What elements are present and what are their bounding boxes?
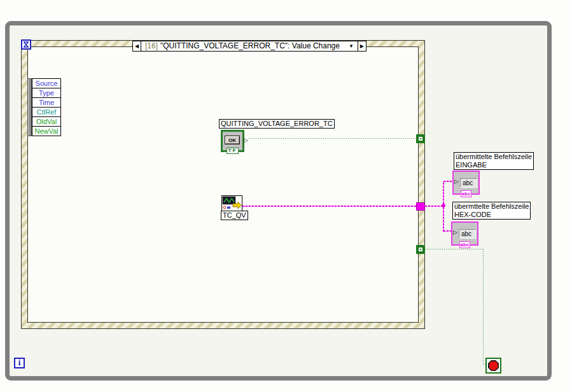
- event-structure-interior: [27, 46, 419, 323]
- event-case-label[interactable]: [16] "QUITTING_VOLTAGE_ERROR_TC": Value …: [141, 41, 358, 51]
- indicator-hexcode-label: übermttelte Befehlszeile HEX-CODE: [452, 202, 531, 220]
- case-name: "QUITTING_VOLTAGE_ERROR_TC": Value Chang…: [160, 41, 340, 51]
- case-index: [16]: [145, 41, 158, 51]
- event-timeout-hourglass-icon[interactable]: [21, 39, 31, 50]
- subvi-tc-qv-label: TC_QV: [221, 211, 248, 220]
- boolean-control-label: QUITTING_VOLTAGE_ERROR_TC: [219, 119, 335, 129]
- hourglass-icon: [23, 41, 29, 48]
- indicator-eingabe-label: übermittelte Befehlszeile EINGABE: [454, 152, 534, 170]
- boolean-wire-tunnel-to-stop-v[interactable]: [483, 249, 484, 365]
- block-diagram: ◀ [16] "QUITTING_VOLTAGE_ERROR_TC": Valu…: [0, 0, 572, 392]
- loop-condition-terminal[interactable]: [485, 358, 501, 374]
- next-case-arrow-icon[interactable]: ▶: [358, 41, 366, 51]
- boolean-wire-tunnel-to-stop-h[interactable]: [425, 249, 484, 249]
- event-case-selector: ◀ [16] "QUITTING_VOLTAGE_ERROR_TC": Valu…: [132, 41, 366, 52]
- abc-text-box: abc: [459, 229, 476, 239]
- subvi-tc-qv-icon[interactable]: [221, 195, 242, 211]
- event-data-node-cells: Source Type Time CtlRef OldVal NewVal: [32, 78, 61, 136]
- event-data-item-source[interactable]: Source: [32, 78, 61, 88]
- event-data-node-bar: [27, 78, 32, 136]
- case-dropdown-arrow-icon[interactable]: ▼: [349, 41, 354, 51]
- label-line2: EINGABE: [456, 161, 532, 169]
- previous-case-arrow-icon[interactable]: ◀: [133, 41, 141, 51]
- output-terminal-arrow-icon: ▷: [244, 137, 248, 143]
- ok-button-glyph: OK: [225, 136, 240, 144]
- input-terminal-arrow-icon: ▷: [454, 178, 459, 185]
- tunnel-dot: [420, 249, 421, 250]
- stop-sign-fill: [489, 361, 498, 370]
- event-data-item-time[interactable]: Time: [32, 97, 61, 108]
- wire-junction-dot[interactable]: [442, 204, 445, 207]
- label-line2: HEX-CODE: [454, 211, 529, 219]
- event-data-item-type[interactable]: Type: [32, 88, 61, 98]
- event-structure[interactable]: [21, 40, 425, 329]
- stop-sign-icon: [488, 360, 499, 371]
- boolean-control-terminal[interactable]: OK TF ▷: [221, 130, 244, 152]
- string-wire-after-tunnel[interactable]: [425, 206, 443, 207]
- tunnel-dot: [420, 138, 421, 139]
- string-type-glyph: abc: [461, 190, 472, 197]
- boolean-type-glyph: TF: [227, 148, 239, 154]
- event-data-item-newval[interactable]: NewVal: [32, 126, 61, 136]
- indicator-hexcode-terminal[interactable]: ▷ abc abc: [451, 221, 478, 246]
- event-data-item-ctlref[interactable]: CtlRef: [32, 107, 61, 117]
- event-data-item-oldval[interactable]: OldVal: [32, 116, 61, 127]
- input-terminal-arrow-icon: ▷: [453, 229, 457, 235]
- loop-iteration-terminal[interactable]: i: [14, 358, 25, 368]
- abc-text-box: abc: [460, 178, 477, 188]
- waveform-icon: [222, 196, 242, 211]
- string-tunnel[interactable]: [416, 202, 425, 211]
- string-wire-branch-up-v[interactable]: [443, 181, 444, 207]
- string-wire-branch-down-v[interactable]: [443, 207, 444, 232]
- string-wire-main[interactable]: [242, 206, 416, 207]
- event-data-node: Source Type Time CtlRef OldVal NewVal: [27, 78, 61, 136]
- boolean-tunnel-top[interactable]: [416, 134, 425, 143]
- label-line1: übermttelte Befehlszeile: [454, 202, 529, 211]
- boolean-tunnel-bottom[interactable]: [416, 245, 425, 254]
- indicator-eingabe-terminal[interactable]: ▷ abc abc: [452, 171, 480, 195]
- boolean-wire-ok-to-tunnel[interactable]: [249, 138, 416, 139]
- string-type-glyph: abc: [459, 241, 471, 248]
- label-line1: übermittelte Befehlszeile: [456, 153, 532, 161]
